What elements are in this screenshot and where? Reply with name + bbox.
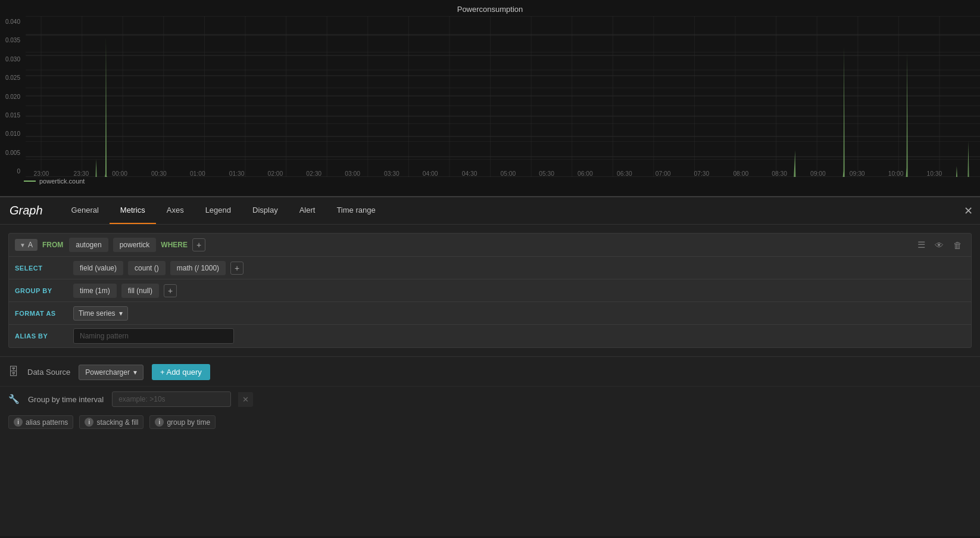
query-editor: ▼ A FROM autogen powertick WHERE + ☰ 👁 🗑… (0, 225, 980, 348)
svg-text:04:00: 04:00 (423, 170, 438, 177)
stacking-fill-pill[interactable]: i stacking & fill (79, 415, 143, 429)
svg-text:05:00: 05:00 (500, 170, 516, 177)
info-icon: i (85, 418, 93, 427)
tab-bar: General Metrics Axes Legend Display Aler… (61, 197, 386, 224)
svg-text:01:00: 01:00 (190, 170, 205, 177)
svg-text:03:30: 03:30 (384, 170, 400, 177)
y-label: 0 (1, 168, 23, 175)
data-source-label: Data Source (27, 368, 70, 377)
y-label: 0.040 (1, 18, 23, 25)
y-label: 0.005 (1, 150, 23, 156)
where-add-button[interactable]: + (192, 238, 205, 251)
time-interval-input[interactable] (112, 391, 231, 407)
svg-text:07:30: 07:30 (694, 170, 710, 177)
hamburger-button[interactable]: ☰ (915, 238, 928, 251)
y-label: 0.030 (1, 56, 23, 63)
svg-text:01:30: 01:30 (229, 170, 245, 177)
svg-text:23:30: 23:30 (73, 170, 89, 177)
chart-legend: powertick.count (24, 178, 85, 185)
bottom-bar: 🗄 Data Source Powercharger ▾ + Add query (0, 356, 980, 386)
info-icon: i (155, 418, 164, 427)
alias-row: ALIAS BY (9, 324, 971, 347)
svg-text:23:00: 23:00 (34, 170, 49, 177)
datasource-select[interactable]: Powercharger ▾ (79, 365, 143, 380)
tab-display[interactable]: Display (242, 197, 289, 224)
select-label: SELECT (15, 265, 68, 272)
y-label: 0.015 (1, 112, 23, 119)
y-label: 0.020 (1, 94, 23, 100)
y-label: 0.025 (1, 74, 23, 81)
wrench-icon: 🔧 (8, 394, 20, 405)
chart-container: Powerconsumption 0 0.005 0.010 0.015 0.0… (0, 0, 980, 197)
legend-color (24, 181, 36, 182)
svg-text:06:30: 06:30 (617, 170, 632, 177)
format-select[interactable]: Time series ▾ (73, 306, 128, 321)
close-button[interactable]: ✕ (964, 204, 973, 217)
svg-text:00:00: 00:00 (112, 170, 127, 177)
group-by-add-button[interactable]: + (164, 284, 177, 297)
svg-text:10:30: 10:30 (926, 170, 942, 177)
from-label: FROM (42, 241, 63, 249)
select-count-pill[interactable]: count () (128, 261, 166, 275)
alias-input[interactable] (73, 328, 234, 344)
svg-rect-0 (26, 16, 980, 177)
clear-interval-button[interactable]: ✕ (238, 392, 253, 407)
group-by-time-pill-info[interactable]: i group by time (149, 415, 216, 429)
query-block-a: ▼ A FROM autogen powertick WHERE + ☰ 👁 🗑… (8, 233, 972, 348)
eye-button[interactable]: 👁 (932, 239, 947, 251)
delete-button[interactable]: 🗑 (950, 239, 965, 251)
y-axis: 0 0.005 0.010 0.015 0.020 0.025 0.030 0.… (0, 16, 24, 177)
select-field-pill[interactable]: field (value) (73, 261, 123, 275)
add-query-button[interactable]: + Add query (152, 364, 210, 380)
tab-legend[interactable]: Legend (195, 197, 242, 224)
from-row: ▼ A FROM autogen powertick WHERE + ☰ 👁 🗑 (9, 234, 971, 256)
info-icon: i (14, 418, 23, 427)
svg-text:07:00: 07:00 (656, 170, 671, 177)
svg-text:04:30: 04:30 (462, 170, 477, 177)
chart-area: 0 0.005 0.010 0.015 0.020 0.025 0.030 0.… (0, 16, 980, 186)
svg-text:09:00: 09:00 (810, 170, 826, 177)
svg-text:08:30: 08:30 (772, 170, 787, 177)
alias-patterns-pill[interactable]: i alias patterns (8, 415, 73, 429)
svg-text:02:00: 02:00 (268, 170, 283, 177)
query-alias-badge[interactable]: ▼ A (15, 239, 38, 251)
tab-general[interactable]: General (61, 197, 110, 224)
y-label: 0.035 (1, 37, 23, 43)
group-by-time-label: Group by time interval (28, 395, 104, 404)
svg-text:10:00: 10:00 (888, 170, 904, 177)
format-row: FORMAT AS Time series ▾ (9, 301, 971, 324)
select-math-pill[interactable]: math (/ 1000) (170, 261, 226, 275)
svg-text:03:00: 03:00 (345, 170, 360, 177)
from-table-pill[interactable]: powertick (113, 238, 157, 252)
panel-header: Graph General Metrics Axes Legend Displa… (0, 197, 980, 225)
panel-editor: Graph General Metrics Axes Legend Displa… (0, 197, 980, 536)
svg-text:00:30: 00:30 (151, 170, 167, 177)
svg-text:02:30: 02:30 (306, 170, 322, 177)
tab-metrics[interactable]: Metrics (110, 197, 156, 224)
svg-text:09:30: 09:30 (850, 170, 865, 177)
chart-title: Powerconsumption (0, 0, 980, 16)
format-label: FORMAT AS (15, 310, 68, 317)
chart-svg: 23:00 23:30 00:00 00:30 01:00 01:30 02:0… (0, 16, 980, 177)
svg-text:05:30: 05:30 (539, 170, 554, 177)
where-label: WHERE (161, 241, 188, 249)
tab-alert[interactable]: Alert (289, 197, 326, 224)
tab-axes[interactable]: Axes (156, 197, 195, 224)
database-icon: 🗄 (8, 366, 19, 378)
group-by-label: GROUP BY (15, 287, 68, 294)
panel-title: Graph (10, 204, 43, 217)
y-label: 0.010 (1, 130, 23, 137)
svg-text:06:00: 06:00 (578, 170, 593, 177)
from-db-pill[interactable]: autogen (69, 238, 108, 252)
svg-text:08:00: 08:00 (733, 170, 748, 177)
group-by-fill-pill[interactable]: fill (null) (121, 284, 159, 298)
info-pills-bar: i alias patterns i stacking & fill i gro… (0, 412, 980, 435)
tab-time-range[interactable]: Time range (326, 197, 386, 224)
options-bar: 🔧 Group by time interval ✕ (0, 386, 980, 412)
select-row: SELECT field (value) count () math (/ 10… (9, 256, 971, 279)
group-by-time-pill[interactable]: time (1m) (73, 284, 117, 298)
legend-label: powertick.count (39, 178, 85, 185)
group-by-row: GROUP BY time (1m) fill (null) + (9, 279, 971, 301)
select-add-button[interactable]: + (230, 262, 244, 275)
alias-label: ALIAS BY (15, 332, 68, 340)
